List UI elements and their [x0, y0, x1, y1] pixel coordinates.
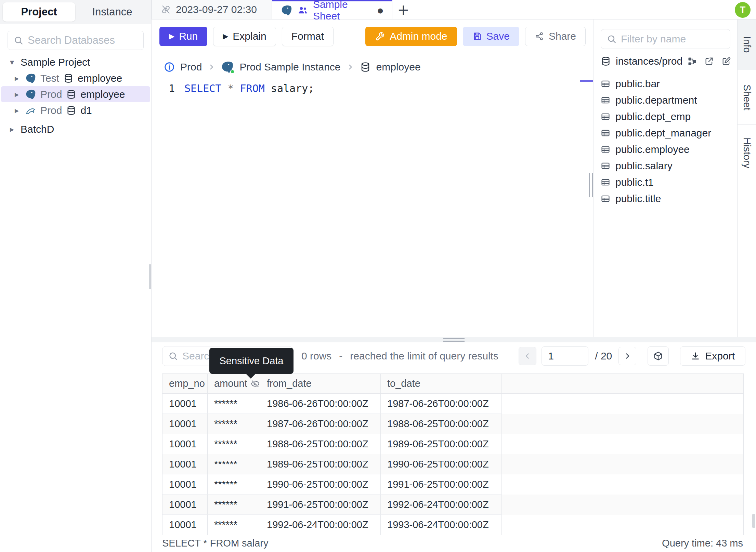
search-icon	[15, 37, 22, 44]
cell[interactable]: 10001	[162, 495, 208, 515]
edit-icon[interactable]	[723, 57, 730, 64]
tab-query-history[interactable]: 2023-09-27 02:30	[152, 0, 272, 19]
cell-masked[interactable]: ******	[208, 434, 260, 454]
schema-panel-resize-handle[interactable]	[589, 173, 594, 197]
tab-instance[interactable]: Instance	[76, 2, 148, 22]
tree-item-test-employee[interactable]: ▸ Test employee	[1, 70, 150, 86]
limit-message: reached the limit of query results	[350, 350, 498, 362]
tab-info[interactable]: Info	[738, 19, 756, 70]
breadcrumb-database[interactable]: employee	[376, 61, 421, 73]
share-button[interactable]: Share	[525, 27, 586, 46]
sensitive-data-tooltip: Sensitive Data	[209, 348, 294, 374]
cell[interactable]: 10001	[162, 454, 208, 474]
cell-masked[interactable]: ******	[208, 474, 260, 495]
save-button[interactable]: Save	[463, 27, 519, 46]
table-item-dept-emp[interactable]: public.dept_emp	[594, 108, 737, 125]
cell-masked[interactable]: ******	[208, 495, 260, 515]
external-link-icon[interactable]	[706, 58, 713, 64]
query-time-label: Query time: 43 ms	[662, 538, 743, 549]
unlink-icon	[162, 6, 169, 13]
cell[interactable]: 1991-06-25T00:00:00Z	[260, 495, 381, 515]
chevron-down-icon[interactable]: ▾	[8, 57, 16, 67]
cell[interactable]: 1989-06-25T00:00:00Z	[381, 434, 502, 454]
previous-page-button[interactable]	[519, 347, 536, 365]
chevron-right-icon[interactable]: ▸	[12, 74, 21, 83]
table-item-dept-manager[interactable]: public.dept_manager	[594, 125, 737, 141]
tab-project[interactable]: Project	[3, 2, 75, 22]
database-icon	[362, 63, 369, 71]
chevron-right-icon	[349, 65, 351, 69]
cell[interactable]: 10001	[162, 414, 208, 434]
breadcrumb-instance[interactable]: Prod Sample Instance	[239, 61, 340, 73]
visualize-button[interactable]	[648, 346, 669, 366]
tree-item-prod-employee[interactable]: ▸ Prod employee	[1, 86, 150, 102]
cell[interactable]: 1991-06-25T00:00:00Z	[381, 474, 502, 495]
breadcrumb-environment[interactable]: Prod	[180, 61, 202, 73]
cell[interactable]: 1992-06-24T00:00:00Z	[381, 495, 502, 515]
sidebar-tab-switcher: Project Instance	[0, 0, 151, 24]
tree-item-sample-project[interactable]: ▾ Sample Project	[1, 54, 150, 70]
format-button[interactable]: Format	[282, 27, 334, 46]
cell-masked[interactable]: ******	[208, 515, 260, 535]
sql-keyword: FROM	[240, 82, 265, 94]
cell[interactable]: 10001	[162, 474, 208, 495]
table-item-t1[interactable]: public.t1	[594, 174, 737, 190]
environment-label: Prod	[40, 105, 62, 116]
tab-history[interactable]: History	[738, 125, 756, 181]
play-icon: ▶	[169, 32, 174, 40]
cell[interactable]: 1990-06-25T00:00:00Z	[381, 454, 502, 474]
tab-sheet[interactable]: Sheet	[738, 70, 756, 125]
cell[interactable]: 1987-06-26T00:00:00Z	[381, 394, 502, 414]
search-databases-input[interactable]	[28, 34, 138, 47]
cell[interactable]: 1988-06-25T00:00:00Z	[381, 414, 502, 434]
chevron-right-icon[interactable]: ▸	[12, 106, 21, 115]
cell[interactable]: 1986-06-26T00:00:00Z	[260, 394, 381, 414]
chevron-right-icon[interactable]: ▸	[8, 124, 16, 134]
run-button[interactable]: ▶ Run	[159, 27, 207, 46]
results-scrollbar-thumb[interactable]	[752, 514, 755, 528]
cell[interactable]: 1992-06-24T00:00:00Z	[260, 515, 381, 535]
sql-text: salary;	[265, 82, 314, 94]
table-item-department[interactable]: public.department	[594, 92, 737, 108]
connection-row: instances/prod	[594, 55, 737, 72]
table-item-employee[interactable]: public.employee	[594, 141, 737, 158]
cell[interactable]: 1987-06-26T00:00:00Z	[260, 414, 381, 434]
admin-mode-button[interactable]: Admin mode	[365, 27, 457, 46]
page-number-input[interactable]	[542, 346, 588, 366]
cell[interactable]: 1989-06-25T00:00:00Z	[260, 454, 381, 474]
wrench-icon	[376, 32, 384, 40]
export-button[interactable]: Export	[680, 346, 745, 366]
user-avatar[interactable]: T	[735, 2, 751, 18]
tree-item-batchd[interactable]: ▸ BatchD	[1, 121, 150, 137]
cell[interactable]: 1993-06-24T00:00:00Z	[381, 515, 502, 535]
table-item-salary[interactable]: public.salary	[594, 158, 737, 174]
cell[interactable]: 10001	[162, 515, 208, 535]
table-row: 10001 ****** 1989-06-25T00:00:00Z 1990-0…	[162, 454, 743, 474]
explain-button[interactable]: ▶ Explain	[213, 27, 276, 46]
cell[interactable]: 1988-06-25T00:00:00Z	[260, 434, 381, 454]
chevron-right-icon[interactable]: ▸	[12, 90, 21, 99]
table-item-title[interactable]: public.title	[594, 190, 737, 207]
new-tab-button[interactable]: +	[392, 0, 414, 19]
tooltip-text: Sensitive Data	[220, 355, 284, 367]
schema-diagram-icon[interactable]	[689, 57, 696, 65]
chevron-right-icon	[627, 354, 629, 358]
cell[interactable]: 10001	[162, 434, 208, 454]
panel-divider[interactable]	[152, 337, 756, 342]
cell-masked[interactable]: ******	[208, 454, 260, 474]
table-name: public.title	[615, 193, 661, 205]
divider-resize-handle[interactable]	[443, 338, 465, 342]
results-header: 0 rows - reached the limit of query resu…	[152, 342, 756, 370]
tree-item-prod-d1[interactable]: ▸ Prod d1	[1, 102, 150, 118]
filter-by-name-input[interactable]	[621, 33, 725, 45]
cell[interactable]: 1990-06-25T00:00:00Z	[260, 474, 381, 495]
table-item-bar[interactable]: public.bar	[594, 76, 737, 92]
code-editor[interactable]: 1 SELECT * FROM salary;	[152, 82, 594, 94]
info-icon[interactable]	[165, 63, 174, 71]
cell-masked[interactable]: ******	[208, 414, 260, 434]
cell-masked[interactable]: ******	[208, 394, 260, 414]
next-page-button[interactable]	[618, 347, 636, 365]
tab-sample-sheet[interactable]: Sample Sheet ●	[272, 0, 392, 19]
table-list: public.bar public.department public.dept…	[594, 72, 737, 207]
cell[interactable]: 10001	[162, 394, 208, 414]
